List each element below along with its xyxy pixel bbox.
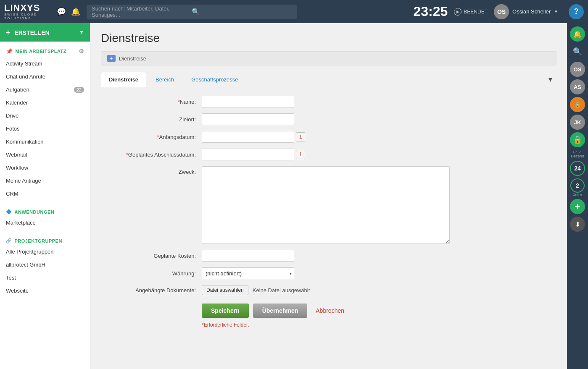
drive-label: Drive	[6, 113, 18, 119]
sidebar-item-fotos[interactable]: Fotos	[0, 122, 90, 135]
sidebar-item-allprotect[interactable]: allprotect GmbH	[0, 258, 90, 271]
aufgaben-badge: 22	[74, 87, 84, 93]
status-text: BEENDET	[464, 9, 488, 15]
sidebar-item-drive[interactable]: Drive	[0, 109, 90, 122]
search-icon: 🔍	[192, 8, 292, 16]
user-area[interactable]: OS Ossian Scheller ▼	[494, 4, 558, 19]
kosten-label: Geplante Kosten:	[109, 253, 202, 259]
name-input[interactable]	[202, 96, 294, 107]
rs-download-button[interactable]: ⬇	[570, 217, 585, 232]
sidebar-item-chat[interactable]: Chat und Anrufe	[0, 70, 90, 83]
zielort-input[interactable]	[202, 113, 294, 125]
top-navigation: LINXYS SWISS CLOUD SOLUTIONS 💬 🔔 Suchen …	[0, 0, 588, 23]
save-button[interactable]: Speichern	[202, 304, 249, 318]
sidebar-item-kalender[interactable]: Kalender	[0, 96, 90, 109]
rs-avatar-1[interactable]: OS	[570, 62, 585, 77]
form-row-zweck: Zweck:	[109, 166, 548, 244]
file-row: Datei auswählen Keine Datei ausgewählt	[202, 285, 310, 295]
form-row-kosten: Geplante Kosten:	[109, 250, 548, 262]
sidebar-item-activity-stream[interactable]: Activity Stream	[0, 57, 90, 70]
fotos-label: Fotos	[6, 126, 20, 132]
mein-arbeitsplatz-header: 📌 MEIN ARBEITSPLATZ ⚙	[0, 44, 90, 57]
kosten-input[interactable]	[202, 250, 294, 262]
file-choose-button[interactable]: Datei auswählen	[202, 285, 248, 295]
main-layout: + ERSTELLEN ▼ 📌 MEIN ARBEITSPLATZ ⚙ Acti…	[0, 23, 588, 369]
sidebar-item-alle-projektgruppen[interactable]: Alle Projektgruppen	[0, 245, 90, 258]
tab-bereich[interactable]: Bereich	[148, 72, 182, 87]
allprotect-label: allprotect GmbH	[6, 262, 45, 268]
main-content: Dienstreise ✈ Dienstreise Dienstreise Be…	[90, 23, 567, 369]
clock-area: 23:25 ▶ BEENDET OS Ossian Scheller ▼ ?	[414, 4, 584, 19]
page-title: Dienstreise	[101, 31, 556, 45]
tab-dienstreise[interactable]: Dienstreise	[101, 72, 146, 87]
search-placeholder-text: Suchen nach: Mitarbeiter, Datei, Sonstig…	[92, 5, 192, 18]
form-row-abschlussdatum: *Geplantes Abschlussdatum: 1	[109, 149, 548, 160]
zweck-textarea[interactable]	[202, 166, 450, 244]
right-sidebar: 🔔 🔍 OS AS 🔒 JK 🔒 Fr. 2. Dezemt 24 2 Onli…	[567, 23, 588, 369]
plus-icon: +	[6, 28, 11, 37]
sidebar-item-crm[interactable]: CRM	[0, 187, 90, 200]
tab-dropdown-icon[interactable]: ▾	[544, 75, 556, 84]
sidebar-item-workflow[interactable]: Workflow	[0, 161, 90, 174]
user-dropdown-icon: ▼	[554, 9, 558, 14]
logo-sub-text: SWISS CLOUD SOLUTIONS	[4, 13, 50, 21]
sidebar-item-marketplace[interactable]: Marketplace	[0, 216, 90, 229]
action-row: Speichern Übernehmen Abbrechen	[109, 304, 548, 318]
waehrung-label: Währung:	[109, 270, 202, 277]
form-row-zielort: Zielort:	[109, 113, 548, 125]
notification-bell-icon[interactable]: 🔔	[570, 26, 585, 42]
zielort-label: Zielort:	[109, 116, 202, 123]
tab-geschaeftsprozesse[interactable]: Geschäftsprozesse	[183, 72, 246, 87]
rs-avatar-3[interactable]: JK	[570, 115, 585, 130]
bell-icon[interactable]: 🔔	[71, 7, 80, 16]
sidebar-item-meine-antraege[interactable]: Meine Anträge	[0, 174, 90, 187]
rs-avatar-2[interactable]: AS	[570, 79, 585, 94]
message-icon[interactable]: 💬	[57, 7, 66, 16]
chat-label: Chat und Anrufe	[6, 73, 45, 80]
rs-badge-24[interactable]: 24	[570, 161, 585, 176]
pin-icon: 📌	[6, 48, 13, 55]
create-dropdown-icon: ▼	[79, 29, 84, 35]
sidebar-item-kommunikation[interactable]: Kommunikation	[0, 135, 90, 148]
rs-add-button[interactable]: +	[570, 199, 585, 214]
anwendungen-header: 🔷 ANWENDUNGEN	[0, 206, 90, 216]
abschlussdatum-input[interactable]	[202, 149, 294, 160]
user-avatar: OS	[494, 4, 509, 19]
rs-lock-1[interactable]: 🔒	[570, 97, 585, 112]
projektgruppen-header: 🔗 PROJEKTGRUPPEN	[0, 235, 90, 245]
sidebar-item-aufgaben[interactable]: Aufgaben 22	[0, 83, 90, 96]
sidebar-item-webmail[interactable]: Webmail	[0, 148, 90, 161]
form-row-waehrung: Währung: (nicht definiert) EUR USD CHF ▾	[109, 267, 548, 279]
sidebar-item-webseite[interactable]: Webseite	[0, 284, 90, 297]
apply-button[interactable]: Übernehmen	[253, 304, 308, 318]
topnav-icons: 💬 🔔	[57, 7, 80, 16]
create-label: ERSTELLEN	[14, 29, 49, 36]
waehrung-select-wrapper: (nicht definiert) EUR USD CHF ▾	[202, 267, 294, 279]
create-button[interactable]: + ERSTELLEN ▼	[0, 23, 90, 42]
breadcrumb-text: Dienstreise	[119, 55, 146, 62]
anfangsdatum-input[interactable]	[202, 131, 294, 143]
abschlussdatum-calendar-icon[interactable]: 1	[296, 150, 305, 159]
test-label: Test	[6, 275, 16, 281]
workflow-label: Workflow	[6, 165, 28, 171]
search-bar[interactable]: Suchen nach: Mitarbeiter, Datei, Sonstig…	[87, 5, 297, 19]
kalender-label: Kalender	[6, 99, 28, 106]
waehrung-select[interactable]: (nicht definiert) EUR USD CHF	[202, 267, 294, 279]
settings-icon[interactable]: ⚙	[79, 48, 84, 55]
rs-date: Fr. 2. Dezemt	[567, 150, 588, 158]
activity-stream-label: Activity Stream	[6, 60, 42, 67]
online-label: Online	[572, 193, 582, 196]
user-name: Ossian Scheller	[512, 8, 551, 15]
sidebar: + ERSTELLEN ▼ 📌 MEIN ARBEITSPLATZ ⚙ Acti…	[0, 23, 90, 369]
rs-online-area: 2 Online	[570, 178, 585, 196]
sidebar-item-test[interactable]: Test	[0, 271, 90, 284]
right-search-icon[interactable]: 🔍	[570, 44, 585, 59]
zweck-label: Zweck:	[109, 166, 202, 175]
abschlussdatum-label: *Geplantes Abschlussdatum:	[109, 152, 202, 158]
help-button[interactable]: ?	[569, 4, 584, 19]
marketplace-label: Marketplace	[6, 220, 36, 226]
cancel-button[interactable]: Abbrechen	[311, 304, 348, 318]
rs-lock-2[interactable]: 🔒	[570, 132, 585, 147]
logo: LINXYS SWISS CLOUD SOLUTIONS	[4, 3, 50, 21]
anfangsdatum-calendar-icon[interactable]: 1	[296, 132, 305, 141]
